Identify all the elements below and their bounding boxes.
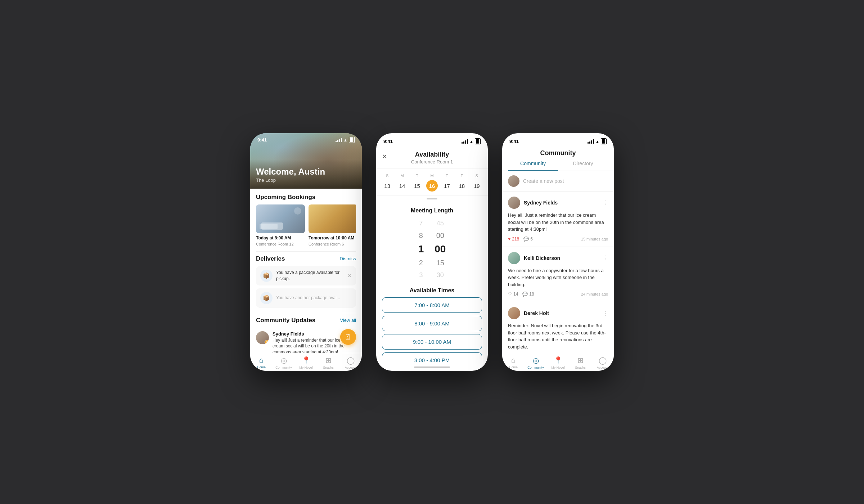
new-post-input[interactable]: Create a new post <box>523 178 608 184</box>
delivery-card-1: 📦 You have a package available for picku… <box>256 266 356 285</box>
cal-day-m14[interactable]: M 14 <box>396 174 408 192</box>
battery-icon: ▊ <box>349 137 355 143</box>
bookings-title: Upcoming Bookings <box>256 194 315 201</box>
meeting-length-title: Meeting Length <box>376 207 488 214</box>
tab-community[interactable]: Community <box>508 161 558 171</box>
more-dots-2[interactable]: ⋮ <box>602 255 608 261</box>
post-content: Sydney Fields Hey all! Just a reminder t… <box>273 331 347 353</box>
like-btn-2[interactable]: ♡ 14 <box>508 292 518 297</box>
nav-home-3[interactable]: ⌂ Home <box>502 356 525 369</box>
nav-snacks-3[interactable]: ⊞ Snacks <box>569 356 591 369</box>
fab-button[interactable]: 🗓 <box>340 329 356 345</box>
nav-account-label-1: Account <box>345 366 357 369</box>
mynovel-icon-1: 📍 <box>302 356 311 365</box>
community-header: Community Community Directory <box>502 146 614 171</box>
delivery-close-1[interactable]: ✕ <box>347 273 352 279</box>
comment-count-1: 6 <box>530 237 533 242</box>
nav-mynovel-label-3: My Novel <box>551 366 565 369</box>
deliveries-header: Deliveries Dismiss <box>256 255 356 262</box>
feed-post-header-2: Kelli Dickerson ⋮ <box>508 252 608 264</box>
nav-mynovel-3[interactable]: 📍 My Novel <box>547 356 569 369</box>
nav-home-1[interactable]: ⌂ Home <box>250 356 273 369</box>
status-bar-1: 9:41 ▲ ▊ <box>250 133 362 144</box>
feed-post-2: Kelli Dickerson ⋮ We need to hire a copy… <box>502 247 614 302</box>
comment-btn-1[interactable]: 💬 6 <box>523 237 533 242</box>
nav-snacks-1[interactable]: ⊞ Snacks <box>317 356 339 369</box>
time-slot-2[interactable]: 8:00 - 9:00 AM <box>382 316 482 331</box>
phone-availability: 9:41 ▲ ▊ ✕ Availability Conference Room … <box>376 133 488 371</box>
time-slot-3[interactable]: 9:00 - 10:00 AM <box>382 334 482 350</box>
booking1-room: Conference Room 12 <box>256 242 305 246</box>
avatar-sydney: 🗓 <box>256 331 269 344</box>
nav-account-1[interactable]: ◯ Account <box>339 356 362 369</box>
bottom-nav-1: ⌂ Home ◎ Community 📍 My Novel ⊞ Snacks ◯… <box>250 353 362 371</box>
avatar-kelli <box>508 252 520 264</box>
community-updates-header: Community Updates View all <box>256 317 356 324</box>
dismiss-link[interactable]: Dismiss <box>340 256 356 261</box>
hours-selected: 1 <box>418 242 424 256</box>
availability-body: ✕ Availability Conference Room 1 S 13 M … <box>376 146 488 364</box>
nav-snacks-label-3: Snacks <box>575 366 586 369</box>
close-button[interactable]: ✕ <box>382 153 387 161</box>
time-slot-4[interactable]: 3:00 - 4:00 PM <box>382 352 482 364</box>
more-dots-1[interactable]: ⋮ <box>602 199 608 206</box>
avatar-badge: 🗓 <box>265 340 269 344</box>
battery-icon-2: ▊ <box>475 138 481 144</box>
status-icons-2: ▲ ▊ <box>462 138 481 144</box>
booking-card-1[interactable]: Today at 8:00 AM Conference Room 12 <box>256 204 305 246</box>
minutes-picker[interactable]: 45 00 00 15 30 <box>435 217 446 281</box>
hero-subtitle: The Loop <box>256 177 356 183</box>
comment-btn-2[interactable]: 💬 18 <box>522 292 534 297</box>
nav-community-1[interactable]: ◎ Community <box>273 356 295 369</box>
cal-day-s19[interactable]: S 19 <box>471 174 482 192</box>
availability-header: ✕ Availability Conference Room 1 <box>376 146 488 168</box>
cal-day-t15[interactable]: T 15 <box>411 174 423 192</box>
nav-community-3[interactable]: ◎ Community <box>525 356 547 369</box>
status-bar-2: 9:41 ▲ ▊ <box>376 133 488 146</box>
deliveries-title: Deliveries <box>256 255 285 262</box>
available-times-section: Availabile Times 7:00 - 8:00 AM 8:00 - 9… <box>376 284 488 364</box>
account-icon-1: ◯ <box>347 356 355 365</box>
community-page-title: Community <box>508 149 608 157</box>
community-icon-1: ◎ <box>281 356 287 365</box>
post-time-1: 15 minutes ago <box>581 237 608 241</box>
cal-day-f18[interactable]: F 18 <box>456 174 468 192</box>
nav-mynovel-label-1: My Novel <box>299 366 313 369</box>
nav-account-3[interactable]: ◯ Account <box>591 356 614 369</box>
feed-post-text-3: Reminder: Novel will begin renovating th… <box>508 322 608 350</box>
booking1-time: Today at 8:00 AM <box>256 235 305 241</box>
nav-mynovel-1[interactable]: 📍 My Novel <box>295 356 317 369</box>
feed-post-name-3: Derek Holt <box>524 310 599 316</box>
availability-subtitle: Conference Room 1 <box>382 159 482 165</box>
post-time-2: 24 minutes ago <box>581 292 608 296</box>
nav-account-label-3: Account <box>597 366 609 369</box>
feed-post-text-1: Hey all! Just a reminder that our ice cr… <box>508 212 608 233</box>
nav-home-label-3: Home <box>509 365 518 369</box>
bottom-nav-3: ⌂ Home ◎ Community 📍 My Novel ⊞ Snacks ◯… <box>502 353 614 371</box>
booking2-time: Tomorrow at 10:00 AM <box>309 235 356 241</box>
divider-2 <box>256 313 356 313</box>
booking-card-2[interactable]: Tomorrow at 10:00 AM Conference Room 6 <box>309 204 356 246</box>
hours-picker[interactable]: 7 8 1 2 3 <box>418 217 424 281</box>
heart-icon-2: ♡ <box>508 292 512 297</box>
snacks-icon-1: ⊞ <box>325 356 332 365</box>
meeting-length-section: Meeting Length 7 8 1 2 3 45 00 <box>376 202 488 284</box>
account-icon-3: ◯ <box>599 356 607 365</box>
time-picker[interactable]: 7 8 1 2 3 45 00 00 15 <box>376 217 488 281</box>
cal-day-m16[interactable]: M 16 <box>426 174 438 192</box>
like-btn-1[interactable]: ♥ 218 <box>508 237 519 242</box>
more-dots-3[interactable]: ⋮ <box>602 310 608 317</box>
feed-post-name-2: Kelli Dickerson <box>524 255 599 261</box>
cal-day-s13[interactable]: S 13 <box>382 174 393 192</box>
status-icons-3: ▲ ▊ <box>588 138 607 144</box>
view-all-link[interactable]: View all <box>340 318 356 323</box>
booking-image-2 <box>309 204 356 233</box>
hero-overlay: Welcome, Austin The Loop <box>250 159 362 189</box>
signal-icon <box>336 138 342 142</box>
new-post-row[interactable]: Create a new post <box>502 171 614 192</box>
feed-post-text-2: We need to hire a copywriter for a few h… <box>508 267 608 288</box>
community-icon-3: ◎ <box>533 356 539 365</box>
cal-day-t17[interactable]: T 17 <box>441 174 453 192</box>
time-slot-1[interactable]: 7:00 - 8:00 AM <box>382 297 482 313</box>
tab-directory[interactable]: Directory <box>558 161 608 171</box>
